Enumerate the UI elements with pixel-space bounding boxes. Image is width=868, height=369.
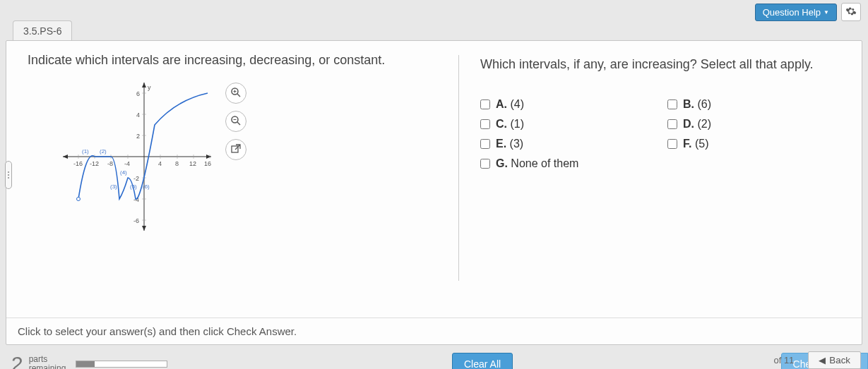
- option-d-checkbox[interactable]: [667, 119, 677, 129]
- svg-text:(2): (2): [100, 148, 107, 155]
- option-b-checkbox[interactable]: [667, 99, 677, 109]
- gear-icon: [845, 6, 857, 19]
- zoom-out-button[interactable]: [225, 111, 246, 132]
- option-c-checkbox[interactable]: [480, 119, 490, 129]
- option-c-text: (1): [510, 118, 524, 130]
- popout-icon: [231, 144, 241, 156]
- question-area: Indicate which intervals are increasing,…: [6, 51, 458, 344]
- svg-text:(1): (1): [82, 148, 89, 155]
- parts-count: 2: [11, 352, 23, 369]
- answer-area: Which intervals, if any, are increasing?…: [458, 55, 862, 281]
- svg-marker-3: [63, 155, 68, 159]
- option-c[interactable]: C. (1): [480, 118, 653, 131]
- y-axis-label: y: [148, 84, 151, 91]
- svg-text:-4: -4: [124, 160, 130, 167]
- svg-line-42: [237, 94, 240, 97]
- svg-text:(3): (3): [110, 183, 117, 190]
- zoom-out-icon: [230, 115, 242, 128]
- chevron-down-icon: ▼: [824, 9, 829, 16]
- graph: -16 -12 -8 -4 4 8 12 16 6 4 2 -2: [63, 83, 211, 231]
- option-e-checkbox[interactable]: [480, 139, 490, 149]
- svg-text:(6): (6): [143, 183, 150, 190]
- svg-marker-4: [142, 83, 146, 87]
- back-arrow-icon: ◀: [819, 355, 826, 365]
- option-f[interactable]: F. (5): [667, 138, 840, 150]
- svg-text:(4): (4): [120, 169, 127, 176]
- svg-point-34: [77, 198, 81, 201]
- question-prompt: Indicate which intervals are increasing,…: [28, 51, 444, 70]
- option-a[interactable]: A. (4): [480, 98, 653, 111]
- option-f-checkbox[interactable]: [667, 139, 677, 149]
- option-d-text: (2): [697, 118, 711, 130]
- svg-text:12: 12: [189, 160, 196, 167]
- question-tab[interactable]: 3.5.PS-6: [13, 20, 72, 41]
- parts-line2: remaining: [29, 364, 66, 369]
- svg-text:-2: -2: [133, 175, 139, 182]
- parts-remaining: 2 parts remaining: [11, 352, 66, 369]
- svg-rect-48: [232, 146, 238, 152]
- option-f-text: (5): [695, 138, 709, 150]
- answer-prompt: Which intervals, if any, are increasing?…: [480, 55, 840, 74]
- zoom-in-button[interactable]: [225, 83, 246, 104]
- option-e[interactable]: E. (3): [480, 138, 653, 150]
- zoom-in-icon: [230, 87, 242, 100]
- svg-text:(5): (5): [130, 183, 137, 190]
- option-g-checkbox[interactable]: [480, 159, 490, 169]
- resize-handle[interactable]: [5, 161, 12, 189]
- option-d[interactable]: D. (2): [667, 118, 840, 131]
- option-b-text: (6): [697, 98, 711, 110]
- svg-line-46: [237, 122, 240, 125]
- svg-text:-16: -16: [73, 160, 83, 167]
- svg-text:6: 6: [136, 90, 140, 97]
- svg-text:2: 2: [136, 133, 140, 140]
- option-e-text: (3): [510, 138, 524, 150]
- question-help-button[interactable]: Question Help ▼: [755, 4, 837, 21]
- progress-bar: [76, 361, 167, 368]
- svg-text:-12: -12: [90, 160, 99, 167]
- option-g[interactable]: G. None of them: [480, 157, 840, 170]
- svg-text:16: 16: [204, 160, 211, 167]
- popout-button[interactable]: [225, 139, 246, 160]
- svg-marker-2: [206, 155, 211, 159]
- svg-text:-6: -6: [133, 217, 139, 224]
- clear-all-button[interactable]: Clear All: [452, 353, 513, 369]
- tab-label: 3.5.PS-6: [23, 25, 61, 37]
- svg-text:4: 4: [158, 160, 162, 167]
- svg-marker-5: [142, 226, 146, 231]
- option-g-text: None of them: [511, 157, 578, 169]
- option-a-text: (4): [510, 98, 524, 110]
- main-panel: Indicate which intervals are increasing,…: [6, 40, 862, 345]
- back-label: Back: [829, 355, 850, 365]
- settings-button[interactable]: [841, 3, 861, 21]
- svg-text:4: 4: [136, 111, 140, 119]
- instruction-bar: Click to select your answer(s) and then …: [6, 317, 862, 344]
- page-of-total: of 11: [773, 355, 794, 365]
- option-b[interactable]: B. (6): [667, 98, 840, 111]
- back-button[interactable]: ◀ Back: [808, 351, 861, 369]
- option-a-checkbox[interactable]: [480, 99, 490, 109]
- question-help-label: Question Help: [763, 7, 821, 18]
- svg-text:8: 8: [175, 160, 179, 167]
- svg-text:-8: -8: [107, 160, 113, 167]
